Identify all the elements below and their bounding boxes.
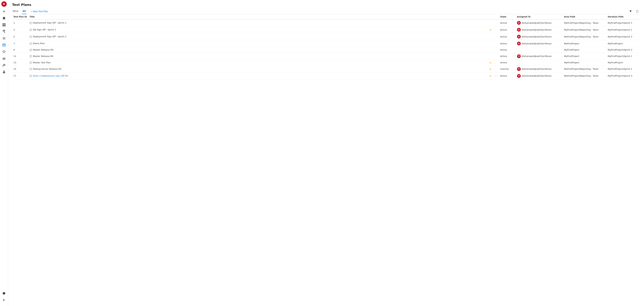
cell-area-path: MyFirstProject\Reporting - Team	[563, 72, 606, 79]
toolbar: Mine All + New Test Plan	[12, 9, 640, 14]
tab-mine[interactable]: Mine	[12, 9, 19, 14]
cell-assigned	[516, 60, 563, 66]
cell-star[interactable]	[488, 33, 493, 40]
star-filled-icon[interactable]: ★	[490, 74, 492, 77]
nav-boards-icon[interactable]	[1, 22, 7, 28]
svg-rect-0	[2, 23, 4, 25]
cell-star[interactable]: ★	[488, 26, 493, 33]
nav-repos-icon[interactable]	[1, 28, 7, 34]
nav-artifacts-icon[interactable]	[1, 49, 7, 55]
cell-title: QA Sign Off - Sprint 1	[28, 26, 488, 33]
assigned-name: dishainwati@adoTpmTenan	[522, 74, 552, 77]
cell-title: Deployment Sign Off - Sprint 1	[28, 20, 488, 26]
cell-star[interactable]: ★	[488, 66, 493, 72]
assigned-name: dishainwati@adoTpmTenan	[522, 55, 552, 58]
new-test-plan-button[interactable]: + New Test Plan	[29, 9, 50, 14]
col-header-title: Title	[28, 14, 488, 20]
cell-state: Active	[499, 33, 516, 40]
cell-more	[493, 40, 499, 47]
cell-id: 15	[12, 66, 28, 72]
title-text[interactable]: Team 2 Deployment Sign Off M3	[33, 74, 68, 77]
cell-iteration-path: MyFirstProject	[606, 40, 640, 47]
cell-assigned: Ddishainwati@adoTpmTenan	[516, 72, 563, 79]
table-row: 11Master Release M1ActiveDdishainwati@ad…	[12, 53, 640, 60]
cell-star[interactable]	[488, 47, 493, 53]
expand-button[interactable]	[634, 9, 640, 14]
test-plan-icon	[30, 62, 32, 64]
table-row: 5Deployment Sign Off - Sprint 2ActiveDdi…	[12, 33, 640, 40]
cell-assigned: Ddishainwati@adoTpmTenan	[516, 26, 563, 33]
test-plan-icon	[30, 75, 32, 77]
nav-new-icon[interactable]	[1, 8, 7, 14]
cell-id: 17	[12, 72, 28, 79]
assigned-name: dishainwati@adoTpmTenan	[522, 42, 552, 45]
table-row: 17Team 2 Deployment Sign Off M3★···Activ…	[12, 72, 640, 79]
cell-state: Active	[499, 53, 516, 60]
cell-star[interactable]: ★	[488, 60, 493, 66]
col-header-state: State	[499, 14, 516, 20]
cell-title[interactable]: Team 2 Deployment Sign Off M3	[28, 72, 488, 79]
title-text: Master Test Plan	[33, 61, 51, 64]
star-filled-icon[interactable]: ★	[490, 28, 492, 31]
cell-star[interactable]	[488, 40, 493, 47]
table-row: 7Demo PlanActiveDdishainwati@adoTpmTenan…	[12, 40, 640, 47]
cell-iteration-path: MyFirstProject\Sprint 2	[606, 33, 640, 40]
cell-more	[493, 53, 499, 60]
cell-assigned: Ddishainwati@adoTpmTenan	[516, 40, 563, 47]
avatar: D	[517, 28, 521, 32]
title-text: Testing Server Release M1	[33, 68, 62, 70]
user-avatar[interactable]: M	[1, 1, 7, 7]
cell-assigned	[516, 47, 563, 53]
col-header-id: Test Plan ID	[12, 14, 28, 20]
page-header: Test Plans Mine All + New Test Plan	[8, 0, 644, 14]
filter-button[interactable]	[628, 9, 633, 14]
col-header-star	[488, 14, 493, 20]
star-filled-icon[interactable]: ★	[490, 61, 492, 64]
test-plan-icon	[30, 55, 32, 58]
col-header-iteration: Iteration Path	[606, 14, 640, 20]
cell-area-path: MyFirstProject\Reporting - Team	[563, 20, 606, 26]
more-options-icon[interactable]: ···	[494, 74, 498, 78]
cell-area-path: MyFirstProject	[563, 53, 606, 60]
cell-star[interactable]	[488, 20, 493, 26]
cell-state: Active	[499, 47, 516, 53]
tab-all[interactable]: All	[22, 9, 26, 14]
cell-id: 11	[12, 53, 28, 60]
avatar: D	[517, 54, 521, 58]
page-title: Test Plans	[12, 3, 640, 7]
cell-assigned: Ddishainwati@adoTpmTenan	[516, 66, 563, 72]
nav-testplans-icon[interactable]	[1, 42, 7, 48]
cell-state: Active	[499, 60, 516, 66]
cell-more	[493, 20, 499, 26]
toolbar-right	[628, 9, 640, 14]
assigned-name: dishainwati@adoTpmTenan	[522, 68, 552, 70]
cell-iteration-path: MyFirstProject\Sprint 1	[606, 26, 640, 33]
cell-state: Active	[499, 20, 516, 26]
table-row: 1Deployment Sign Off - Sprint 1ActiveDdi…	[12, 20, 640, 26]
cell-more[interactable]: ···	[493, 72, 499, 79]
cell-id: 13	[12, 60, 28, 66]
test-plan-icon	[30, 36, 32, 38]
star-filled-icon[interactable]: ★	[490, 68, 492, 70]
nav-reports-icon[interactable]	[1, 56, 7, 62]
cell-id: 7	[12, 40, 28, 47]
cell-more	[493, 26, 499, 33]
svg-point-5	[4, 64, 4, 65]
cell-state: Active	[499, 72, 516, 79]
nav-home-icon[interactable]	[1, 15, 7, 21]
avatar: D	[517, 67, 521, 71]
test-plan-icon	[30, 22, 32, 24]
cell-star[interactable]	[488, 53, 493, 60]
assigned-name: dishainwati@adoTpmTenan	[522, 36, 552, 38]
nav-settings-icon[interactable]	[1, 290, 7, 296]
nav-pipelines-icon[interactable]	[1, 35, 7, 41]
cell-area-path: MyFirstProject\Reporting - Team	[563, 66, 606, 72]
nav-collapse-icon[interactable]	[1, 297, 7, 303]
nav-stakeholder-icon[interactable]	[1, 69, 7, 75]
cell-star[interactable]: ★	[488, 72, 493, 79]
test-plan-icon	[30, 49, 32, 51]
nav-analytics-icon[interactable]	[1, 62, 7, 68]
cell-more	[493, 33, 499, 40]
table-row: 9Master Release M3ActiveMyFirstProjectMy…	[12, 47, 640, 53]
test-plan-icon	[30, 68, 32, 70]
